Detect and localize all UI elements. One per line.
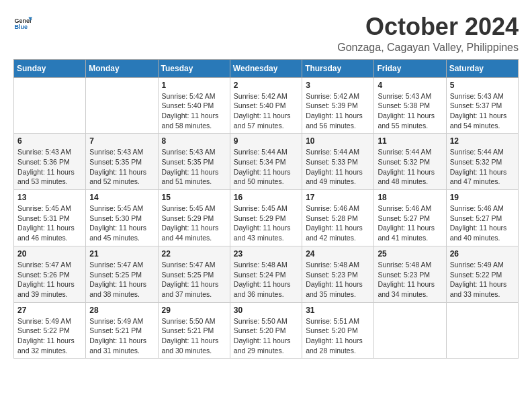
day-info: Sunrise: 5:45 AMSunset: 5:31 PMDaylight:… [17, 203, 82, 243]
calendar-cell: 11Sunrise: 5:44 AMSunset: 5:32 PMDayligh… [374, 134, 446, 190]
day-info: Sunrise: 5:43 AMSunset: 5:36 PMDaylight:… [17, 147, 82, 187]
day-info: Sunrise: 5:50 AMSunset: 5:21 PMDaylight:… [162, 316, 226, 356]
day-info: Sunrise: 5:46 AMSunset: 5:27 PMDaylight:… [378, 203, 442, 243]
calendar-cell: 16Sunrise: 5:45 AMSunset: 5:29 PMDayligh… [230, 190, 302, 246]
day-number: 16 [234, 193, 298, 202]
day-number: 17 [306, 193, 370, 202]
day-info: Sunrise: 5:50 AMSunset: 5:20 PMDaylight:… [234, 316, 298, 356]
day-number: 30 [234, 306, 298, 315]
day-info: Sunrise: 5:43 AMSunset: 5:35 PMDaylight:… [162, 147, 226, 187]
day-number: 28 [89, 306, 154, 315]
day-header-tuesday: Tuesday [158, 59, 230, 77]
calendar-cell: 30Sunrise: 5:50 AMSunset: 5:20 PMDayligh… [230, 302, 302, 359]
calendar-cell: 6Sunrise: 5:43 AMSunset: 5:36 PMDaylight… [14, 134, 86, 190]
day-info: Sunrise: 5:45 AMSunset: 5:29 PMDaylight:… [162, 203, 226, 243]
day-info: Sunrise: 5:42 AMSunset: 5:40 PMDaylight:… [234, 91, 298, 131]
calendar-cell: 31Sunrise: 5:51 AMSunset: 5:20 PMDayligh… [302, 302, 374, 359]
day-info: Sunrise: 5:42 AMSunset: 5:40 PMDaylight:… [162, 91, 226, 131]
calendar-week-4: 20Sunrise: 5:47 AMSunset: 5:26 PMDayligh… [14, 246, 519, 302]
calendar-cell [446, 302, 518, 359]
day-number: 31 [306, 306, 370, 315]
day-info: Sunrise: 5:43 AMSunset: 5:37 PMDaylight:… [450, 91, 515, 131]
calendar-cell: 26Sunrise: 5:49 AMSunset: 5:22 PMDayligh… [446, 246, 518, 302]
calendar-cell: 10Sunrise: 5:44 AMSunset: 5:33 PMDayligh… [302, 134, 374, 190]
day-number: 12 [450, 136, 515, 146]
calendar-cell [86, 77, 158, 134]
day-header-thursday: Thursday [302, 59, 374, 77]
calendar-cell: 23Sunrise: 5:48 AMSunset: 5:24 PMDayligh… [230, 246, 302, 302]
calendar-cell: 15Sunrise: 5:45 AMSunset: 5:29 PMDayligh… [158, 190, 230, 246]
calendar-cell: 9Sunrise: 5:44 AMSunset: 5:34 PMDaylight… [230, 134, 302, 190]
calendar-cell: 12Sunrise: 5:44 AMSunset: 5:32 PMDayligh… [446, 134, 518, 190]
day-info: Sunrise: 5:48 AMSunset: 5:24 PMDaylight:… [234, 260, 298, 300]
day-number: 8 [162, 136, 226, 146]
day-number: 24 [306, 249, 370, 259]
day-number: 14 [89, 193, 154, 202]
day-number: 15 [162, 193, 226, 202]
day-number: 6 [17, 136, 82, 146]
day-info: Sunrise: 5:47 AMSunset: 5:25 PMDaylight:… [162, 260, 226, 300]
calendar-cell: 24Sunrise: 5:48 AMSunset: 5:23 PMDayligh… [302, 246, 374, 302]
calendar-cell: 13Sunrise: 5:45 AMSunset: 5:31 PMDayligh… [14, 190, 86, 246]
logo-icon: General Blue [13, 13, 32, 32]
calendar-cell [14, 77, 86, 134]
calendar-cell: 8Sunrise: 5:43 AMSunset: 5:35 PMDaylight… [158, 134, 230, 190]
page-header: General Blue October 2024 Gonzaga, Cagay… [13, 13, 519, 54]
day-number: 13 [17, 193, 82, 202]
calendar-cell: 3Sunrise: 5:42 AMSunset: 5:39 PMDaylight… [302, 77, 374, 134]
day-number: 23 [234, 249, 298, 259]
day-number: 26 [450, 249, 515, 259]
calendar-body: 1Sunrise: 5:42 AMSunset: 5:40 PMDaylight… [14, 77, 519, 359]
calendar-cell: 28Sunrise: 5:49 AMSunset: 5:21 PMDayligh… [86, 302, 158, 359]
day-number: 3 [306, 81, 370, 90]
calendar-table: SundayMondayTuesdayWednesdayThursdayFrid… [13, 59, 519, 359]
calendar-cell: 4Sunrise: 5:43 AMSunset: 5:38 PMDaylight… [374, 77, 446, 134]
day-number: 1 [162, 81, 226, 90]
day-info: Sunrise: 5:49 AMSunset: 5:22 PMDaylight:… [450, 260, 515, 300]
day-number: 2 [234, 81, 298, 90]
day-header-sunday: Sunday [14, 59, 86, 77]
day-info: Sunrise: 5:49 AMSunset: 5:21 PMDaylight:… [89, 316, 154, 356]
calendar-cell: 19Sunrise: 5:46 AMSunset: 5:27 PMDayligh… [446, 190, 518, 246]
day-number: 18 [378, 193, 442, 202]
day-header-friday: Friday [374, 59, 446, 77]
day-info: Sunrise: 5:46 AMSunset: 5:28 PMDaylight:… [306, 203, 370, 243]
day-number: 25 [378, 249, 442, 259]
day-info: Sunrise: 5:43 AMSunset: 5:35 PMDaylight:… [89, 147, 154, 187]
day-header-saturday: Saturday [446, 59, 518, 77]
day-info: Sunrise: 5:51 AMSunset: 5:20 PMDaylight:… [306, 316, 370, 356]
calendar-cell: 17Sunrise: 5:46 AMSunset: 5:28 PMDayligh… [302, 190, 374, 246]
calendar-cell: 14Sunrise: 5:45 AMSunset: 5:30 PMDayligh… [86, 190, 158, 246]
day-info: Sunrise: 5:44 AMSunset: 5:32 PMDaylight:… [378, 147, 442, 187]
day-info: Sunrise: 5:47 AMSunset: 5:26 PMDaylight:… [17, 260, 82, 300]
day-info: Sunrise: 5:47 AMSunset: 5:25 PMDaylight:… [89, 260, 154, 300]
calendar-week-5: 27Sunrise: 5:49 AMSunset: 5:22 PMDayligh… [14, 302, 519, 359]
day-number: 11 [378, 136, 442, 146]
day-number: 5 [450, 81, 515, 90]
day-info: Sunrise: 5:49 AMSunset: 5:22 PMDaylight:… [17, 316, 82, 356]
day-header-wednesday: Wednesday [230, 59, 302, 77]
day-number: 19 [450, 193, 515, 202]
calendar-header-row: SundayMondayTuesdayWednesdayThursdayFrid… [14, 59, 519, 77]
location-title: Gonzaga, Cagayan Valley, Philippines [337, 42, 519, 54]
day-info: Sunrise: 5:48 AMSunset: 5:23 PMDaylight:… [306, 260, 370, 300]
calendar-cell: 21Sunrise: 5:47 AMSunset: 5:25 PMDayligh… [86, 246, 158, 302]
calendar-cell [374, 302, 446, 359]
day-number: 4 [378, 81, 442, 90]
calendar-cell: 2Sunrise: 5:42 AMSunset: 5:40 PMDaylight… [230, 77, 302, 134]
day-number: 27 [17, 306, 82, 315]
day-info: Sunrise: 5:46 AMSunset: 5:27 PMDaylight:… [450, 203, 515, 243]
calendar-cell: 20Sunrise: 5:47 AMSunset: 5:26 PMDayligh… [14, 246, 86, 302]
calendar-week-2: 6Sunrise: 5:43 AMSunset: 5:36 PMDaylight… [14, 134, 519, 190]
calendar-cell: 1Sunrise: 5:42 AMSunset: 5:40 PMDaylight… [158, 77, 230, 134]
title-section: October 2024 Gonzaga, Cagayan Valley, Ph… [337, 13, 519, 54]
day-info: Sunrise: 5:43 AMSunset: 5:38 PMDaylight:… [378, 91, 442, 131]
day-number: 20 [17, 249, 82, 259]
month-title: October 2024 [337, 13, 519, 40]
calendar-cell: 27Sunrise: 5:49 AMSunset: 5:22 PMDayligh… [14, 302, 86, 359]
day-number: 22 [162, 249, 226, 259]
day-info: Sunrise: 5:44 AMSunset: 5:34 PMDaylight:… [234, 147, 298, 187]
calendar-week-1: 1Sunrise: 5:42 AMSunset: 5:40 PMDaylight… [14, 77, 519, 134]
calendar-cell: 7Sunrise: 5:43 AMSunset: 5:35 PMDaylight… [86, 134, 158, 190]
day-number: 29 [162, 306, 226, 315]
